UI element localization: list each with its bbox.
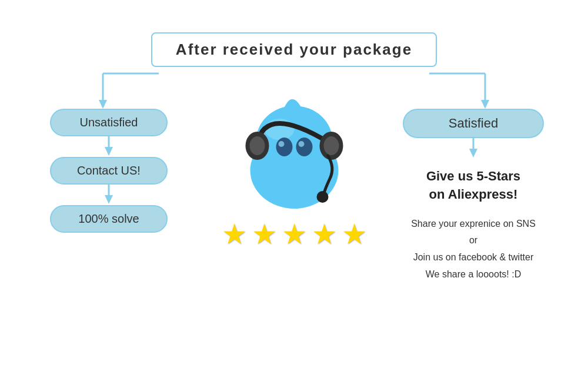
svg-marker-7 [105,147,113,156]
svg-point-21 [316,191,328,203]
main-container: After received your package Unsatisfied … [0,0,588,392]
star-3: ★ [282,217,307,250]
star-4: ★ [312,217,337,250]
arrow3 [466,138,480,159]
star-1: ★ [222,217,247,250]
svg-point-13 [276,138,292,156]
svg-marker-9 [105,195,113,204]
svg-marker-5 [481,100,489,109]
give-stars-text: Give us 5-Stars on Aliexpress! [411,167,536,204]
svg-point-15 [278,141,284,147]
svg-point-18 [249,136,265,155]
svg-marker-23 [469,149,477,158]
satisfied-button[interactable]: Satisfied [403,109,544,138]
right-text-block: Give us 5-Stars on Aliexpress! Share you… [411,167,536,283]
share-text: Share your exprenice on SNS or Join us o… [411,216,536,283]
svg-point-14 [296,138,312,156]
mascot-svg [232,76,356,212]
contact-us-button[interactable]: Contact US! [50,157,168,185]
solve-button[interactable]: 100% solve [50,205,168,233]
arrow1 [102,136,116,157]
title-text: After received your package [176,41,412,58]
top-box: After received your package [151,32,437,67]
unsatisfied-button[interactable]: Unsatisfied [50,109,168,136]
center-area: ★ ★ ★ ★ ★ [222,76,367,250]
right-branch: Satisfied Give us 5-Stars on Aliexpress!… [391,109,556,283]
stars-row: ★ ★ ★ ★ ★ [222,217,367,250]
arrow2 [102,185,116,205]
star-2: ★ [252,217,277,250]
star-5: ★ [342,217,367,250]
svg-marker-2 [99,100,107,109]
left-branch: Unsatisfied Contact US! 100% solve [44,109,173,233]
svg-point-20 [323,136,339,155]
svg-point-16 [298,141,304,147]
